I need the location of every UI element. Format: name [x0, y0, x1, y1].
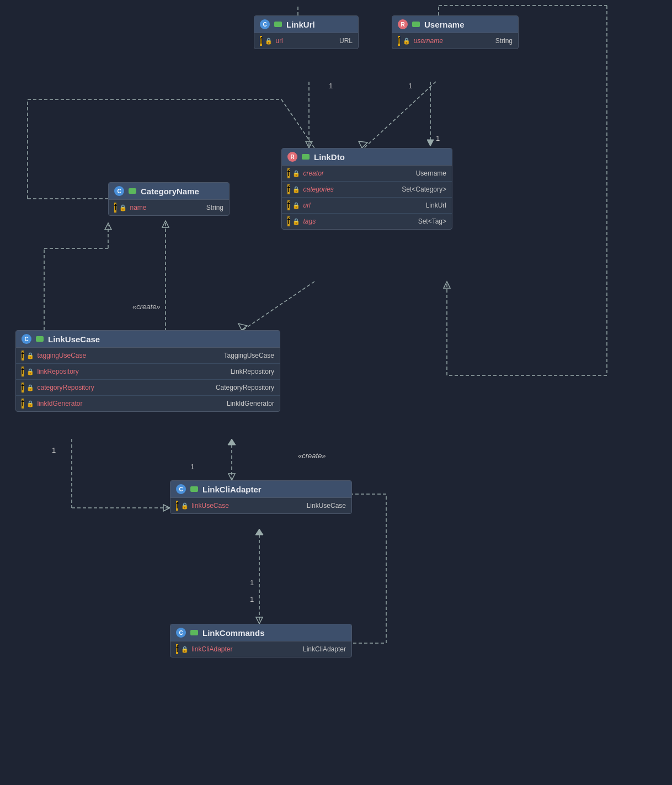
lock-icon2: 🔒 [403, 38, 410, 45]
svg-line-12 [243, 282, 314, 330]
linkdto-header: R LinkDto [282, 148, 452, 166]
creator-field-name: creator [303, 169, 353, 177]
adapter-field-name: linkCliAdapter [191, 645, 241, 653]
catrepo-field-name: categoryRepository [37, 384, 94, 391]
linkusecase-field-linkrepo: f 🔒 linkRepository LinkRepository [16, 364, 280, 380]
f-icon13: f [176, 644, 178, 654]
linkdto-field-tags: f 🔒 tags Set<Tag> [282, 214, 452, 229]
linkdto-field-url: f 🔒 url LinkUrl [282, 198, 452, 214]
url-field-type: URL [339, 37, 353, 45]
f-icon8: f [22, 351, 24, 360]
svg-marker-11 [105, 223, 111, 230]
username-badge: R [398, 19, 408, 29]
tagging-field-name: taggingUseCase [37, 352, 87, 359]
lock-icon6: 🔒 [292, 218, 300, 225]
svg-text:1: 1 [250, 595, 254, 603]
categoryname-field-name: f 🔒 name String [109, 200, 229, 215]
linkurl-class: C LinkUrl f 🔒 url URL [254, 15, 359, 49]
lock-icon11: 🔒 [26, 400, 34, 407]
svg-line-2 [364, 82, 436, 148]
categoryname-badge: C [114, 186, 124, 196]
adapter-field-type: LinkCliAdapter [303, 645, 346, 653]
linkrepo-field-name: linkRepository [37, 368, 87, 375]
categoryname-green-rect [129, 188, 136, 194]
lock-icon: 🔒 [265, 38, 273, 45]
lock-icon4: 🔒 [292, 186, 300, 193]
linkcommands-class: C LinkCommands f 🔒 linkCliAdapter LinkCl… [170, 624, 352, 657]
linkusecase-field-linkidgen: f 🔒 linkIdGenerator LinkIdGenerator [16, 396, 280, 411]
categoryname-title: CategoryName [141, 187, 199, 196]
svg-text:1: 1 [329, 82, 333, 90]
linkusecase-title: LinkUseCase [48, 335, 100, 344]
linkcli-title: LinkCliAdapter [202, 485, 262, 494]
svg-marker-5 [427, 140, 434, 146]
linkidgen-field-name: linkIdGenerator [37, 400, 87, 407]
categories-field-name: categories [303, 185, 353, 193]
linkusecase-green-rect [36, 336, 44, 342]
linkusecase-field-catrepo: f 🔒 categoryRepository CategoryRepositor… [16, 380, 280, 396]
linkcli-header: C LinkCliAdapter [170, 481, 351, 498]
username-field-type: String [495, 37, 513, 45]
categoryname-header: C CategoryName [109, 183, 229, 200]
username-class: R Username f 🔒 username String [392, 15, 519, 49]
linkcommands-badge: C [176, 628, 186, 638]
linkdto-badge: R [287, 152, 297, 162]
f-icon6: f [287, 216, 290, 226]
lock-icon8: 🔒 [26, 352, 34, 359]
f-icon10: f [22, 383, 24, 392]
f-icon5: f [287, 200, 290, 210]
linkcli-linkusecase-type: LinkUseCase [307, 502, 346, 510]
svg-text:1: 1 [52, 446, 56, 454]
diagram-container: 1 1 1 1 1 1 1 «create» «create» C LinkUr… [0, 0, 672, 785]
svg-marker-1 [306, 141, 312, 148]
svg-marker-13 [238, 323, 247, 330]
svg-marker-7 [162, 221, 169, 227]
field-f-icon2: f [398, 36, 400, 46]
linkurl-badge: C [260, 19, 270, 29]
svg-marker-22 [255, 529, 263, 535]
username-title: Username [424, 20, 465, 29]
svg-marker-19 [163, 505, 170, 511]
lock-icon12: 🔒 [181, 502, 189, 510]
field-f-icon: f [260, 36, 262, 46]
svg-text:1: 1 [250, 579, 254, 587]
svg-text:«create»: «create» [132, 303, 161, 311]
f-icon11: f [22, 399, 24, 409]
categoryname-class: C CategoryName f 🔒 name String [108, 182, 230, 216]
svg-marker-28 [444, 282, 450, 288]
creator-field-type: Username [416, 169, 446, 177]
linkusecase-field-tagging: f 🔒 taggingUseCase TaggingUseCase [16, 348, 280, 364]
lock-icon7: 🔒 [119, 204, 127, 211]
f-icon7: f [114, 203, 116, 213]
linkdto-field-categories: f 🔒 categories Set<Category> [282, 182, 452, 198]
svg-text:«create»: «create» [298, 452, 326, 460]
svg-marker-3 [359, 141, 367, 148]
svg-text:1: 1 [436, 134, 440, 142]
svg-marker-15 [228, 474, 235, 480]
linkurl-header: C LinkUrl [254, 16, 358, 33]
linkusecase-header: C LinkUseCase [16, 331, 280, 348]
linkcommands-green-rect [190, 630, 198, 635]
linkcommands-field-adapter: f 🔒 linkCliAdapter LinkCliAdapter [170, 641, 351, 657]
linkdto-url-field-name: url [303, 201, 353, 209]
f-icon3: f [287, 168, 290, 178]
linkusecase-badge: C [22, 334, 31, 344]
f-icon4: f [287, 184, 290, 194]
linkdto-green-rect [302, 154, 310, 160]
tagging-field-type: TaggingUseCase [224, 352, 274, 359]
lock-icon3: 🔒 [292, 170, 300, 177]
name-field-type: String [206, 204, 223, 211]
linkcommands-header: C LinkCommands [170, 624, 351, 641]
name-field-name: name [130, 204, 179, 211]
linkurl-title: LinkUrl [286, 20, 315, 29]
linkurl-field-url: f 🔒 url URL [254, 33, 358, 49]
linkcommands-title: LinkCommands [202, 628, 265, 638]
lock-icon5: 🔒 [292, 202, 300, 209]
linkcli-badge: C [176, 484, 186, 494]
tags-field-type: Set<Tag> [418, 218, 446, 225]
linkusecase-class: C LinkUseCase f 🔒 taggingUseCase Tagging… [15, 330, 280, 412]
f-icon9: f [22, 367, 24, 376]
svg-marker-21 [256, 617, 263, 624]
linkcli-field-linkusecase: f 🔒 linkUseCase LinkUseCase [170, 498, 351, 513]
linkdto-field-creator: f 🔒 creator Username [282, 166, 452, 182]
